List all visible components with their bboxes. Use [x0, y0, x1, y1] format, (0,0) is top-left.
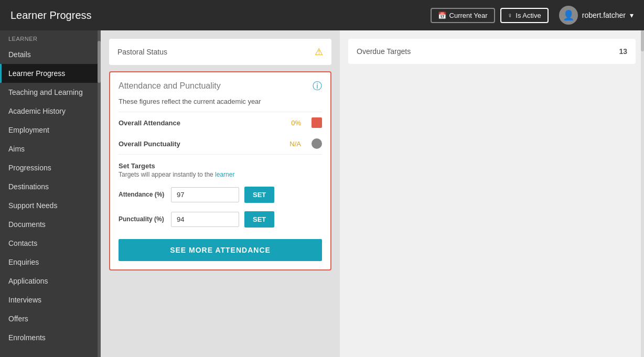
set-targets-title: Set Targets	[119, 162, 322, 170]
user-menu[interactable]: 👤 robert.fatcher ▾	[559, 6, 634, 25]
header: Learner Progress 📅 Current Year ♀ Is Act…	[0, 0, 644, 30]
sidebar-item-enrolments[interactable]: Enrolments	[0, 328, 101, 347]
attendance-header: Attendance and Punctuality ⓘ	[110, 72, 330, 98]
main-layout: LEARNER Details Learner Progress Teachin…	[0, 30, 644, 357]
overall-punctuality-row: Overall Punctuality N/A	[110, 133, 330, 154]
info-circle-icon[interactable]: ⓘ	[313, 80, 322, 92]
sidebar-item-progressions[interactable]: Progressions	[0, 158, 101, 177]
is-active-label: Is Active	[516, 12, 541, 19]
right-scrollbar-thumb	[641, 30, 644, 51]
learner-link[interactable]: learner	[215, 171, 234, 178]
sidebar-item-teaching-learning[interactable]: Teaching and Learning	[0, 83, 101, 102]
punctuality-target-row: Punctuality (%) SET	[110, 207, 330, 232]
username: robert.fatcher	[582, 11, 626, 19]
pastoral-status-card: Pastoral Status ⚠	[109, 39, 331, 65]
attendance-card: Attendance and Punctuality ⓘ These figur…	[109, 71, 331, 271]
sidebar-item-destinations[interactable]: Destinations	[0, 177, 101, 196]
sidebar-item-enquiries[interactable]: Enquiries	[0, 253, 101, 272]
set-targets-section: Set Targets Targets will appear instantl…	[110, 155, 330, 182]
sidebar-item-academic-history[interactable]: Academic History	[0, 102, 101, 121]
is-active-button[interactable]: ♀ Is Active	[500, 8, 549, 23]
overall-punctuality-label: Overall Punctuality	[119, 140, 284, 148]
sidebar-item-documents[interactable]: Documents	[0, 215, 101, 234]
attendance-target-row: Attendance (%) SET	[110, 182, 330, 207]
right-panel: Overdue Targets 13	[340, 30, 644, 357]
pastoral-status-label: Pastoral Status	[117, 48, 167, 56]
main-panel: Pastoral Status ⚠ Attendance and Punctua…	[101, 30, 340, 357]
overall-attendance-value: 0%	[291, 119, 301, 127]
set-targets-subtitle: Targets will appear instantly to the lea…	[119, 171, 322, 178]
overdue-targets-label: Overdue Targets	[357, 47, 411, 56]
current-year-label: Current Year	[449, 12, 488, 19]
avatar: 👤	[559, 6, 578, 25]
content-area: Pastoral Status ⚠ Attendance and Punctua…	[101, 30, 644, 357]
sidebar-section-label: LEARNER	[0, 30, 101, 45]
punctuality-target-input[interactable]	[171, 212, 239, 227]
right-panel-scrollbar[interactable]	[641, 30, 644, 357]
calendar-icon: 📅	[438, 12, 446, 19]
sidebar-item-employment[interactable]: Employment	[0, 121, 101, 139]
punctuality-target-label: Punctuality (%)	[119, 215, 166, 224]
punctuality-indicator-gray	[312, 138, 322, 149]
punctuality-set-button[interactable]: SET	[244, 211, 274, 228]
attendance-target-input[interactable]	[171, 187, 239, 202]
attendance-indicator-red	[312, 117, 322, 128]
attendance-set-button[interactable]: SET	[244, 187, 274, 203]
see-more-attendance-button[interactable]: SEE MORE ATTENDANCE	[119, 239, 322, 261]
sidebar-item-offers[interactable]: Offers	[0, 309, 101, 328]
sidebar: LEARNER Details Learner Progress Teachin…	[0, 30, 101, 357]
header-controls: 📅 Current Year ♀ Is Active 👤 robert.fatc…	[431, 6, 634, 25]
current-year-button[interactable]: 📅 Current Year	[431, 8, 495, 23]
attendance-title: Attendance and Punctuality	[119, 81, 221, 91]
sidebar-item-contacts[interactable]: Contacts	[0, 234, 101, 253]
sidebar-item-aims[interactable]: Aims	[0, 139, 101, 158]
attendance-note: These figures reflect the current academ…	[110, 98, 330, 112]
sidebar-item-details[interactable]: Details	[0, 45, 101, 64]
sidebar-item-interviews[interactable]: Interviews	[0, 290, 101, 309]
page-title: Learner Progress	[10, 9, 431, 21]
warning-icon: ⚠	[315, 46, 323, 58]
attendance-target-label: Attendance (%)	[119, 191, 166, 199]
overall-attendance-row: Overall Attendance 0%	[110, 112, 330, 133]
overdue-targets-card: Overdue Targets 13	[348, 39, 636, 64]
sidebar-item-applications[interactable]: Applications	[0, 272, 101, 290]
sidebar-item-learner-progress[interactable]: Learner Progress	[0, 64, 101, 83]
dropdown-icon: ▾	[630, 11, 634, 19]
overall-punctuality-value: N/A	[289, 140, 301, 148]
sidebar-item-support-needs[interactable]: Support Needs	[0, 196, 101, 215]
overall-attendance-label: Overall Attendance	[119, 119, 286, 127]
overdue-targets-value: 13	[619, 47, 627, 56]
person-icon: ♀	[508, 12, 513, 19]
